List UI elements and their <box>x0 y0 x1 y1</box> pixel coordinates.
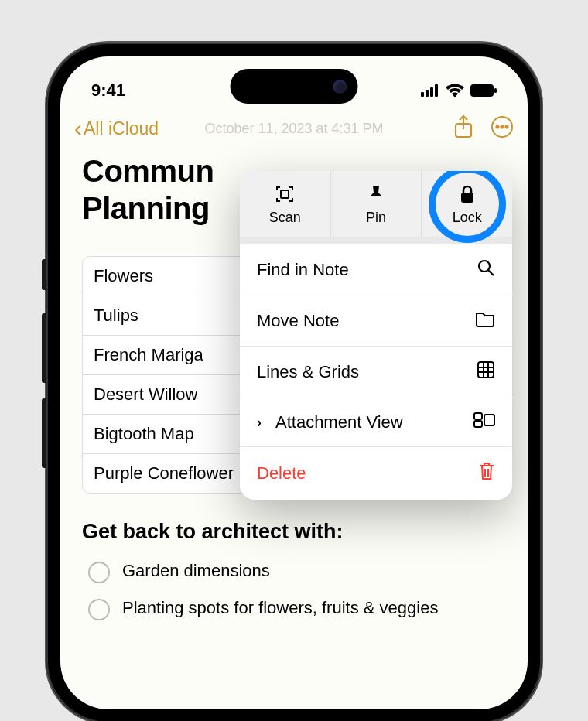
search-icon <box>477 258 495 282</box>
svg-rect-15 <box>474 413 482 419</box>
screen: 9:41 ‹ All iCloud October 11, 2023 at 4:… <box>60 56 528 709</box>
chevron-right-icon: › <box>257 415 268 431</box>
scan-button[interactable]: Scan <box>240 171 331 237</box>
cellular-icon <box>421 84 439 97</box>
grid-icon <box>477 360 495 384</box>
context-menu: Scan Pin Lock <box>240 171 512 500</box>
attachment-view-item[interactable]: › Attachment View <box>240 398 512 447</box>
back-label: All iCloud <box>84 118 159 139</box>
svg-rect-17 <box>484 415 494 425</box>
lock-button[interactable]: Lock <box>422 171 512 237</box>
checklist: Garden dimensions Planting spots for flo… <box>82 553 506 627</box>
share-button[interactable] <box>453 114 473 142</box>
dynamic-island <box>231 69 358 104</box>
lines-grids-item[interactable]: Lines & Grids <box>240 347 512 398</box>
pin-button[interactable]: Pin <box>331 171 422 237</box>
svg-rect-11 <box>281 190 289 198</box>
svg-rect-14 <box>478 362 494 378</box>
trash-icon <box>478 461 495 486</box>
move-note-item[interactable]: Move Note <box>240 296 512 347</box>
attachments-icon <box>473 412 495 432</box>
svg-rect-16 <box>474 421 482 427</box>
svg-rect-3 <box>435 84 438 97</box>
status-time: 9:41 <box>91 80 125 101</box>
folder-icon <box>475 310 495 332</box>
svg-rect-2 <box>430 87 433 97</box>
svg-point-13 <box>479 261 490 272</box>
highlight-ring <box>429 171 506 243</box>
svg-rect-4 <box>470 84 494 97</box>
back-button[interactable]: ‹ All iCloud <box>74 117 159 140</box>
nav-bar: ‹ All iCloud October 11, 2023 at 4:31 PM <box>60 107 528 149</box>
pin-icon <box>368 185 385 203</box>
checklist-item[interactable]: Planting spots for flowers, fruits & veg… <box>82 590 506 627</box>
delete-item[interactable]: Delete <box>240 447 512 500</box>
svg-rect-0 <box>421 92 424 97</box>
chevron-left-icon: ‹ <box>74 117 82 140</box>
note-date: October 11, 2023 at 4:31 PM <box>204 121 383 137</box>
checklist-item[interactable]: Garden dimensions <box>82 553 506 590</box>
section-heading: Get back to architect with: <box>82 520 506 544</box>
svg-point-9 <box>501 125 503 128</box>
checkbox[interactable] <box>88 599 110 620</box>
checkbox[interactable] <box>88 562 110 583</box>
lock-icon <box>460 185 475 203</box>
svg-point-8 <box>496 125 498 128</box>
camera <box>333 80 347 94</box>
svg-rect-5 <box>494 88 497 93</box>
battery-icon <box>470 84 497 97</box>
svg-rect-12 <box>461 193 473 203</box>
scan-icon <box>275 185 295 203</box>
svg-rect-1 <box>426 90 429 97</box>
find-in-note-item[interactable]: Find in Note <box>240 244 512 296</box>
more-button[interactable] <box>491 115 514 142</box>
svg-point-10 <box>505 125 508 128</box>
phone-frame: 9:41 ‹ All iCloud October 11, 2023 at 4:… <box>46 43 542 721</box>
wifi-icon <box>446 84 464 97</box>
